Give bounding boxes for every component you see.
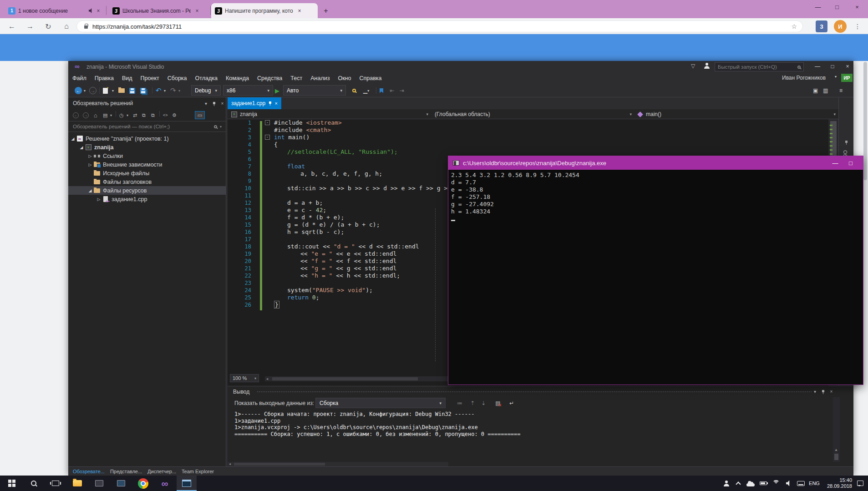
solution-tree-item[interactable]: ◢+znanija [68,143,226,152]
debug-mode-dropdown[interactable]: Авто▾ [283,85,346,96]
save-all-button[interactable] [140,86,146,95]
menu-item[interactable]: Справка [355,73,386,84]
network-icon[interactable] [770,476,782,491]
solution-tree-item[interactable]: ◢Файлы ресурсов [68,186,226,195]
se-switch-view-caret[interactable]: ▾ [110,111,112,119]
panel-options-caret-icon[interactable]: ▾ [202,100,210,107]
console-title-bar[interactable]: c:\Users\oldbr\source\repos\znanija\Debu… [448,156,863,170]
se-pending-changes-icon[interactable]: ◷ [119,111,124,119]
save-button[interactable] [129,86,135,95]
navigate-back-button[interactable]: ← [75,86,82,95]
scrollbar-thumb[interactable] [834,454,838,460]
browser-reload-button[interactable]: ↻ [42,20,55,33]
se-home-icon[interactable]: ⌂ [94,111,97,119]
menu-item[interactable]: Окно [334,73,355,84]
task-view-button[interactable] [46,476,66,491]
tree-expand-arrow[interactable]: ▷ [96,197,102,202]
feedback-smiley-icon[interactable] [704,63,710,70]
output-vertical-scrollbar[interactable]: ▲ [833,397,840,462]
redo-caret[interactable]: ▾ [178,86,180,95]
navigate-forward-button[interactable]: → [89,86,96,95]
tree-expand-arrow[interactable]: ▷ [87,154,93,158]
browser-tab[interactable]: 11 новое сообщение× [5,3,106,18]
browser-profile-avatar[interactable]: И [834,20,847,33]
volume-icon[interactable] [783,476,794,491]
open-file-button[interactable] [118,86,125,95]
bookmark-icon[interactable] [380,86,383,95]
bottom-tab[interactable]: Диспетчер... [147,469,176,474]
solution-tree-item[interactable]: ▷задание1.cpp [68,195,226,203]
browser-maximize-button[interactable]: □ [829,0,845,14]
output-close-icon[interactable]: × [827,388,835,395]
browser-minimize-button[interactable]: — [810,0,826,14]
solution-tree-item[interactable]: Исходные файлы [68,169,226,177]
scroll-left-arrow[interactable]: ◂ [229,462,231,466]
onedrive-cloud-icon[interactable] [745,476,756,491]
menu-item[interactable]: Вид [118,73,137,84]
next-message-icon[interactable]: ⇣ [479,399,488,407]
se-properties-wrench-icon[interactable]: ⚙ [172,111,177,119]
scroll-left-arrow[interactable]: ◂ [266,377,268,381]
output-pin-icon[interactable] [819,388,827,395]
toolbar-overflow-icon[interactable]: ≡ [839,86,843,95]
vs-user-caret-icon[interactable]: ▾ [835,75,837,79]
console-window[interactable]: c:\Users\oldbr\source\repos\znanija\Debu… [448,156,863,385]
panel-pin-icon[interactable] [210,100,218,107]
line-marker-icon[interactable]: ▁▾ [363,86,369,95]
taskbar-search-button[interactable] [24,476,44,491]
se-show-all-files-icon[interactable]: ▭ [195,111,205,119]
menu-item[interactable]: Отладка [191,73,222,84]
console-minimize-button[interactable]: — [828,156,842,170]
browser-tab[interactable]: 3Школьные Знания.com - Решае× [109,3,210,18]
running-console-app-icon[interactable] [177,476,197,491]
tab-close-icon[interactable]: × [296,7,303,15]
find-in-files-icon[interactable] [352,86,356,95]
undo-caret[interactable]: ▾ [164,86,166,95]
bookmark-star-icon[interactable]: ☆ [791,23,797,30]
browser-home-button[interactable]: ⌂ [60,20,73,33]
new-file-caret[interactable]: ▾ [112,86,114,95]
previous-message-icon[interactable]: ⇡ [468,399,477,407]
panel-drag-handle[interactable] [257,391,812,393]
browser-back-button[interactable]: ← [5,20,18,33]
redo-button[interactable]: ↷ [170,86,176,95]
configuration-dropdown[interactable]: Debug▾ [191,85,221,96]
menu-item[interactable]: Тест [286,73,306,84]
chrome-icon[interactable] [133,476,153,491]
pinned-app-1-icon[interactable] [89,476,109,491]
page-scrollbar[interactable] [863,62,867,180]
new-tab-button[interactable]: + [320,5,331,16]
taskbar-clock[interactable]: 15:40 28.09.2018 [822,476,852,491]
tab-audio-icon[interactable] [89,8,93,13]
vs-close-button[interactable]: × [840,61,855,72]
tree-collapse-arrow[interactable]: ◢ [70,137,76,141]
menu-item[interactable]: Анализ [306,73,334,84]
se-copy-icon[interactable]: ⧉ [142,111,146,119]
se-view-code-icon[interactable]: <> [163,111,168,119]
output-source-dropdown[interactable]: Сборка ▾ [315,398,446,408]
feedback-filter-icon[interactable]: ▽ [691,63,695,69]
menu-item[interactable]: Правка [91,73,118,84]
menu-item[interactable]: Команда [222,73,253,84]
se-search-caret[interactable]: ▾ [220,125,222,129]
solution-tree-item[interactable]: ▷Ссылки [68,152,226,160]
menu-item[interactable]: Средства [253,73,286,84]
tree-collapse-arrow[interactable]: ◢ [87,188,93,193]
bottom-tab[interactable]: Представле... [110,469,142,474]
solution-explorer-shortcut-icon[interactable]: ▣ [813,86,818,95]
scrollbar-thumb[interactable] [234,463,325,466]
se-back-icon[interactable]: ← [73,111,79,119]
platform-dropdown[interactable]: x86▾ [223,85,273,96]
solution-tree-item[interactable]: ▷Внешние зависимости [68,160,226,169]
se-switch-view-icon[interactable]: ▤ [103,111,107,119]
touch-keyboard-icon[interactable] [795,476,807,491]
scroll-up-arrow[interactable]: ▲ [834,448,838,452]
tree-expand-arrow[interactable]: ▷ [87,162,93,167]
panel-close-icon[interactable]: × [218,100,226,107]
indent-increase-icon[interactable]: ⇥ [400,86,404,95]
people-tray-icon[interactable] [720,476,732,491]
browser-menu-button[interactable]: ⋮ [852,20,863,33]
word-wrap-icon[interactable]: ↵ [507,399,516,407]
solution-explorer-search-input[interactable]: Обозреватель решений — поиск (Ctrl+;) ▾ [68,121,226,132]
se-copy-all-icon[interactable]: ⧉ [151,111,155,119]
